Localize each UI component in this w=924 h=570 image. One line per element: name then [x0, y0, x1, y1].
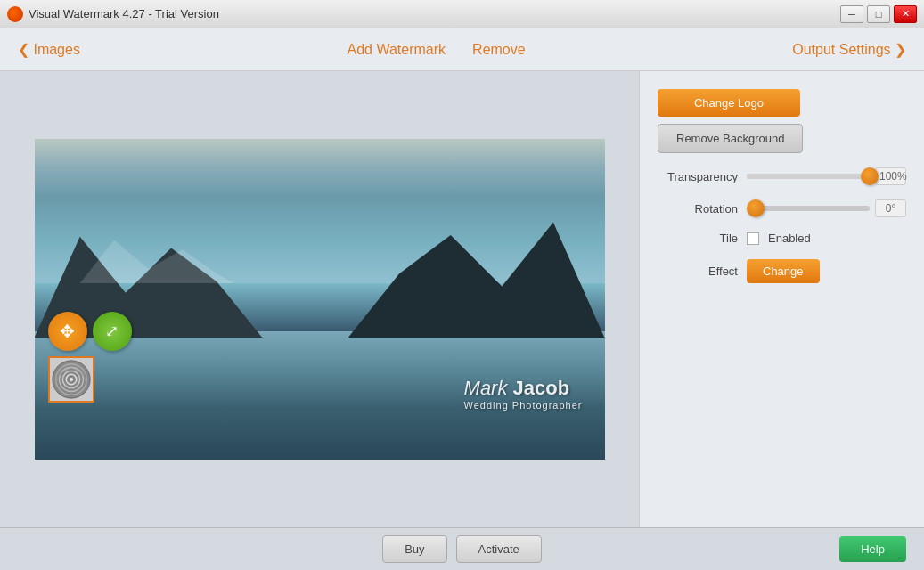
- tile-row: Tile Enabled: [658, 232, 906, 245]
- transparency-thumb[interactable]: [861, 167, 879, 185]
- nav-right: Output Settings ❯: [792, 41, 906, 58]
- change-logo-button[interactable]: Change Logo: [658, 89, 800, 117]
- title-bar-left: Visual Watermark 4.27 - Trial Version: [7, 6, 219, 22]
- bottom-center: Buy Activate: [314, 535, 609, 563]
- help-button[interactable]: Help: [839, 536, 906, 562]
- transparency-track[interactable]: [747, 174, 870, 179]
- rotation-label: Rotation: [658, 202, 738, 216]
- tile-label: Tile: [658, 232, 738, 245]
- back-images-button[interactable]: ❮ Images: [18, 41, 80, 58]
- transparency-slider-container: 100%: [747, 167, 906, 185]
- rotation-row: Rotation 0°: [658, 200, 906, 217]
- minimize-button[interactable]: ─: [840, 5, 863, 23]
- watermark-subtitle: Wedding Photographer: [464, 400, 583, 411]
- image-panel: Mark Jacob Wedding Photographer ✥ ⤢: [0, 71, 639, 527]
- nav-center: Add Watermark Remove: [348, 42, 526, 58]
- rotation-track[interactable]: [747, 206, 870, 211]
- tile-checkbox[interactable]: [747, 232, 759, 245]
- controls-buttons: Change Logo Remove Background: [658, 89, 906, 153]
- transparency-fill: [747, 174, 870, 179]
- close-button[interactable]: ✕: [894, 5, 917, 23]
- bottom-right: Help: [610, 536, 906, 562]
- app-icon: [7, 6, 23, 22]
- title-bar-text: Visual Watermark 4.27 - Trial Version: [29, 7, 219, 20]
- transparency-row: Transparency 100%: [658, 167, 906, 185]
- change-effect-button[interactable]: Change: [747, 259, 820, 283]
- nav-left: ❮ Images: [18, 41, 80, 58]
- remove-background-button[interactable]: Remove Background: [658, 124, 803, 153]
- rotation-slider-container: 0°: [747, 200, 906, 217]
- transparency-label: Transparency: [658, 170, 738, 183]
- output-settings-button[interactable]: Output Settings ❯: [792, 41, 906, 58]
- rotation-thumb[interactable]: [747, 200, 765, 217]
- title-bar-controls: ─ □ ✕: [840, 5, 917, 23]
- image-container: Mark Jacob Wedding Photographer ✥ ⤢: [35, 139, 605, 460]
- move-button[interactable]: ✥: [48, 312, 87, 351]
- svg-point-5: [70, 378, 73, 381]
- scale-button[interactable]: ⤢: [93, 312, 132, 351]
- buy-button[interactable]: Buy: [382, 535, 446, 563]
- nav-bar: ❮ Images Add Watermark Remove Output Set…: [0, 28, 924, 71]
- tile-enabled-label: Enabled: [768, 232, 811, 245]
- rotation-value: 0°: [875, 200, 906, 217]
- add-watermark-button[interactable]: Add Watermark: [348, 42, 446, 58]
- logo-overlay: ✥ ⤢: [48, 356, 94, 442]
- watermark-text: Mark Jacob Wedding Photographer: [464, 377, 583, 411]
- remove-button[interactable]: Remove: [472, 42, 526, 58]
- effect-row: Effect Change: [658, 259, 906, 283]
- activate-button[interactable]: Activate: [456, 535, 542, 563]
- logo-svg: [50, 358, 93, 401]
- transparency-value: 100%: [875, 167, 906, 185]
- main-image: Mark Jacob Wedding Photographer ✥ ⤢: [35, 139, 605, 460]
- bottom-bar: Buy Activate Help: [0, 527, 924, 570]
- logo-thumbnail[interactable]: [48, 356, 94, 403]
- watermark-name: Mark Jacob: [464, 377, 583, 400]
- title-bar: Visual Watermark 4.27 - Trial Version ─ …: [0, 0, 924, 28]
- restore-button[interactable]: □: [867, 5, 890, 23]
- main-content: Mark Jacob Wedding Photographer ✥ ⤢: [0, 71, 924, 527]
- effect-label: Effect: [658, 265, 738, 278]
- controls-panel: Change Logo Remove Background Transparen…: [639, 71, 924, 527]
